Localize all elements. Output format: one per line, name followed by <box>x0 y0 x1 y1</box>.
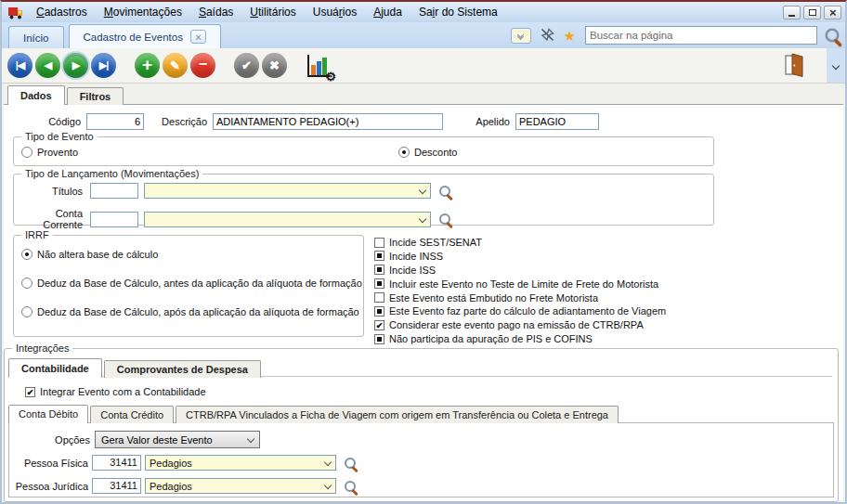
previous-record-button[interactable]: ◀ <box>35 53 60 78</box>
tipo-de-lancamento-group: Tipo de Lançamento (Movimentações) Títul… <box>13 174 714 226</box>
page-tabs: DadosFiltros <box>7 85 125 105</box>
pessoa-fisica-code-input[interactable]: 31411 <box>92 455 141 471</box>
flag-nao-participa-da-apuracao-de-pis-e-cofin[interactable]: Não participa da apuração de PIS e COFIN… <box>374 333 666 344</box>
search-icon[interactable] <box>826 29 840 43</box>
tab-ctrb-rpa-vinculados-a-ficha-de-viagem-co[interactable]: CTRB/RPA Vinculados a Ficha de Viagem co… <box>176 406 619 423</box>
unpin-icon[interactable] <box>541 28 554 44</box>
radio-label: Não altera base de cálculo <box>37 249 158 260</box>
event-flags: Incide SEST/SENATIncide INSSIncide ISSIn… <box>374 237 666 347</box>
confirm-button[interactable]: ✔ <box>234 53 259 78</box>
delete-button[interactable]: − <box>190 53 215 78</box>
search-icon[interactable] <box>439 186 450 197</box>
tab-inicio[interactable]: Início <box>8 26 64 48</box>
tipo-de-evento-options: ProventoDesconto <box>14 137 713 158</box>
add-button[interactable]: + <box>135 53 160 78</box>
first-record-icon: |◀ <box>16 59 25 71</box>
identification-row: Código Descrição Apelido <box>4 112 843 131</box>
pessoa-juridica-code-input[interactable]: 31411 <box>92 478 141 494</box>
flag-considerar-este-evento-pago-na-emissao-d[interactable]: ✔Considerar este evento pago na emissão … <box>374 319 666 330</box>
pessoa-fisica-combo[interactable]: Pedagios <box>145 455 336 471</box>
menu-item-sair-do-sistema[interactable]: Sair do Sistema <box>410 2 506 22</box>
flag-incide-iss[interactable]: Incide ISS <box>374 265 666 276</box>
restore-button[interactable] <box>803 6 821 19</box>
tab-conta-debito[interactable]: Conta Débito <box>8 405 88 423</box>
radio-label: Deduz da Base de Cálculo, após da aplica… <box>37 306 359 317</box>
radio-icon <box>21 306 33 317</box>
checkbox-label: Incide INSS <box>389 251 443 262</box>
menu-item-ajuda[interactable]: Ajuda <box>365 2 410 22</box>
lancamento-rows: TítulosConta Corrente <box>14 174 713 230</box>
radio-option-deduz-da-base-de-calculo-apos-da-aplicac[interactable]: Deduz da Base de Cálculo, após da aplica… <box>21 306 363 317</box>
tab-comprovantes-de-despesa[interactable]: Comprovantes de Despesa <box>104 360 261 378</box>
checkbox-label: Incide ISS <box>389 265 436 276</box>
tab-dados[interactable]: Dados <box>7 85 65 105</box>
statistics-chart-button[interactable] <box>303 53 334 78</box>
group-legend: IRRF <box>21 229 53 241</box>
radio-option-desconto[interactable]: Desconto <box>398 147 457 158</box>
integrar-evento-checkbox[interactable]: ✔ Integrar Evento com a Contabilidade <box>25 386 206 397</box>
toolbar: |◀◀▶▶|+✎−✔✖ <box>2 48 845 84</box>
toolbar-overflow-dropdown[interactable] <box>827 48 845 83</box>
titulos-combo[interactable] <box>144 183 431 199</box>
flag-incide-inss[interactable]: Incide INSS <box>374 251 666 262</box>
menu-item-cadastros[interactable]: Cadastros <box>28 2 96 22</box>
radio-icon <box>21 278 33 289</box>
favorite-star-icon[interactable] <box>564 29 576 43</box>
search-icon[interactable] <box>345 458 356 469</box>
search-icon[interactable] <box>345 481 356 492</box>
edit-button[interactable]: ✎ <box>163 53 188 78</box>
flag-este-evento-faz-parte-do-calculo-de-adia[interactable]: Este Evento faz parte do cálculo de adia… <box>374 305 666 317</box>
close-button[interactable] <box>824 6 841 19</box>
tab-filtros[interactable]: Filtros <box>67 87 124 105</box>
conta-corrente-combo[interactable] <box>144 212 431 227</box>
next-record-button[interactable]: ▶ <box>63 53 88 78</box>
edit-icon: ✎ <box>170 58 180 72</box>
chevron-down-icon <box>419 214 426 222</box>
close-tab-icon[interactable] <box>190 30 206 44</box>
minimize-button[interactable] <box>783 6 801 19</box>
integracoes-tabs: ContabilidadeComprovantes de Despesa <box>8 358 263 378</box>
combo-value: Pedagios <box>150 481 192 492</box>
document-tab-bar: Início Cadastro de Eventos <box>2 22 845 48</box>
flag-este-evento-esta-embutido-no-frete-motor[interactable]: Este Evento está Embutido no Frete Motor… <box>374 292 666 304</box>
codigo-label: Código <box>4 116 81 127</box>
first-record-button[interactable]: |◀ <box>7 53 33 78</box>
group-legend: Tipo de Lançamento (Movimentações) <box>21 168 202 180</box>
chevron-down-icon <box>419 187 426 194</box>
cancel-button[interactable]: ✖ <box>262 53 287 78</box>
previous-record-icon: ◀ <box>45 59 51 71</box>
checkbox-label: Este Evento faz parte do cálculo de adia… <box>389 305 666 317</box>
checkbox-icon <box>374 238 384 248</box>
radio-option-provento[interactable]: Provento <box>21 147 398 158</box>
checkbox-label: Não participa da apuração de PIS e COFIN… <box>389 333 593 344</box>
conta-corrente-code-input[interactable] <box>90 212 138 227</box>
next-record-icon: ▶ <box>72 59 79 71</box>
radio-option-nao-altera-base-de-calculo[interactable]: Não altera base de cálculo <box>21 249 363 260</box>
exit-button[interactable] <box>780 53 808 79</box>
confirm-icon: ✔ <box>241 58 252 72</box>
opcoes-dropdown[interactable]: Gera Valor deste Evento <box>95 431 260 448</box>
tab-list-icon[interactable] <box>511 28 531 44</box>
flag-incide-sest-senat[interactable]: Incide SEST/SENAT <box>374 237 666 248</box>
titulos-label: Títulos <box>16 186 83 197</box>
radio-option-deduz-da-base-de-calculo-antes-da-aplica[interactable]: Deduz da Base de Cálculo, antes da aplic… <box>21 278 363 289</box>
apelido-input[interactable] <box>515 113 599 130</box>
search-input[interactable] <box>585 26 817 45</box>
menu-item-usuarios[interactable]: Usuários <box>305 2 365 22</box>
titulos-code-input[interactable] <box>90 183 138 199</box>
menu-item-movimentacoes[interactable]: Movimentações <box>96 2 190 22</box>
menu-item-utilitarios[interactable]: Utilitários <box>241 2 304 22</box>
pessoa-juridica-combo[interactable]: Pedagios <box>145 478 336 494</box>
tab-conta-credito[interactable]: Conta Crédito <box>90 406 174 423</box>
tab-cadastro-de-eventos[interactable]: Cadastro de Eventos <box>69 24 221 48</box>
codigo-input[interactable] <box>86 113 144 130</box>
conta-corrente-label: Conta Corrente <box>16 208 83 230</box>
search-icon[interactable] <box>439 213 450 225</box>
group-legend: Tipo de Evento <box>21 131 98 143</box>
flag-incluir-este-evento-no-teste-de-limite-d[interactable]: Incluir este Evento no Teste de Limite d… <box>374 278 666 290</box>
tab-contabilidade[interactable]: Contabilidade <box>8 358 102 378</box>
checkbox-icon: ✔ <box>25 387 35 397</box>
menu-item-saidas[interactable]: Saídas <box>190 2 241 22</box>
descricao-input[interactable] <box>213 113 443 130</box>
last-record-button[interactable]: ▶| <box>91 53 116 78</box>
